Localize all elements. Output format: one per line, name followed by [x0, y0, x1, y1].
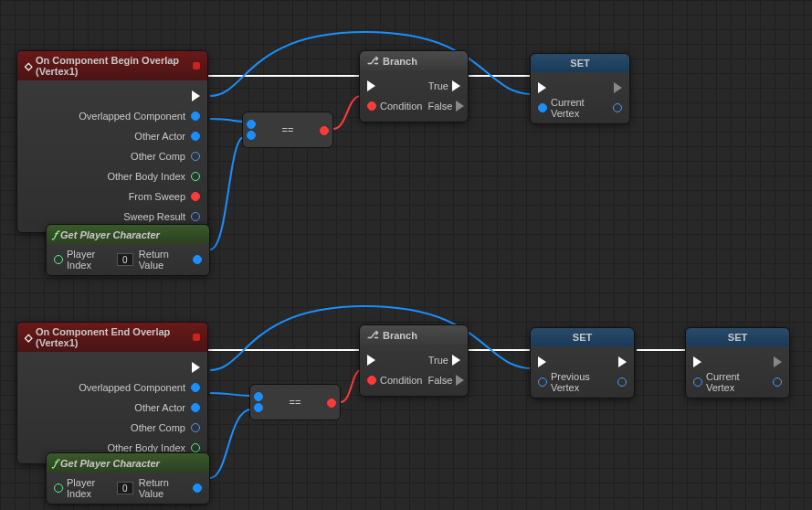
output-pin[interactable]: [617, 377, 627, 387]
node-title: SET: [573, 332, 592, 343]
exec-in-pin[interactable]: [538, 82, 546, 93]
output-pin[interactable]: [191, 403, 200, 412]
pin-label: True: [428, 355, 448, 366]
output-pin[interactable]: [191, 423, 200, 432]
player-index-input[interactable]: [117, 253, 133, 266]
get-player-character-node[interactable]: 𝑓Get Player Character Player Index Retur…: [46, 452, 210, 505]
set-node[interactable]: SET Current Vertex: [530, 53, 630, 124]
pin-label: Overlapped Component: [79, 111, 185, 122]
pin-label: Overlapped Component: [79, 382, 185, 393]
exec-in-pin[interactable]: [538, 356, 546, 367]
exec-out-pin[interactable]: [192, 362, 200, 373]
node-title: SET: [728, 332, 747, 343]
output-pin[interactable]: [191, 383, 200, 392]
exec-in-pin[interactable]: [367, 355, 375, 366]
pin-label: Current Vertex: [551, 97, 607, 119]
output-pin[interactable]: [191, 132, 200, 141]
pin-label: Sweep Result: [123, 211, 185, 222]
pin-label: Condition: [380, 101, 422, 112]
pin-label: Other Actor: [134, 402, 185, 413]
node-title: On Component End Overlap (Vertex1): [36, 326, 189, 348]
output-pin[interactable]: [773, 377, 782, 387]
output-pin[interactable]: [193, 483, 202, 493]
input-pin[interactable]: [693, 377, 702, 387]
node-header: SET: [531, 54, 629, 72]
exec-out-pin[interactable]: [614, 82, 622, 93]
node-header: 𝑓Get Player Character: [47, 453, 209, 473]
exec-in-pin[interactable]: [367, 80, 375, 91]
exec-out-pin[interactable]: [452, 80, 460, 91]
player-index-input[interactable]: [117, 482, 133, 494]
pin-label: Current Vertex: [706, 371, 767, 393]
input-pin[interactable]: [367, 376, 376, 385]
output-pin[interactable]: [191, 172, 200, 181]
node-header: ⎇Branch: [360, 51, 468, 70]
input-pin[interactable]: [54, 483, 63, 493]
node-header: ◇ On Component End Overlap (Vertex1): [17, 323, 207, 352]
output-pin[interactable]: [191, 443, 200, 452]
equals-node[interactable]: ==: [242, 112, 333, 148]
node-title: Get Player Character: [60, 229, 160, 240]
pin-label: Player Index: [67, 249, 113, 271]
pin-label: Other Comp: [131, 422, 185, 433]
input-pin[interactable]: [54, 255, 63, 264]
set-node[interactable]: SET Current Vertex: [685, 327, 790, 398]
exec-out-pin[interactable]: [618, 356, 627, 367]
input-pin[interactable]: [538, 377, 547, 387]
pin-label: Other Actor: [134, 131, 185, 142]
pin-label: Return Value: [139, 477, 189, 499]
breakpoint-icon: [193, 62, 200, 69]
pin-label: False: [427, 101, 452, 112]
exec-out-pin[interactable]: [456, 101, 464, 112]
get-player-character-node[interactable]: 𝑓Get Player Character Player Index Retur…: [46, 224, 210, 276]
input-pin[interactable]: [247, 131, 256, 140]
node-title: Branch: [383, 56, 417, 67]
node-header: SET: [531, 328, 634, 346]
node-title: ==: [282, 124, 294, 135]
node-header: ◇ On Component Begin Overlap (Vertex1): [17, 51, 207, 80]
output-pin[interactable]: [193, 255, 202, 264]
pin-label: Other Comp: [131, 151, 185, 162]
set-node[interactable]: SET Previous Vertex: [530, 327, 635, 398]
breakpoint-icon: [193, 334, 200, 341]
node-title: ==: [290, 397, 301, 408]
node-title: Branch: [383, 330, 417, 341]
pin-label: False: [427, 375, 452, 386]
node-header: ⎇Branch: [360, 325, 468, 345]
event-end-overlap-node[interactable]: ◇ On Component End Overlap (Vertex1) Ove…: [16, 322, 208, 464]
pin-label: Previous Vertex: [551, 371, 612, 393]
exec-out-pin[interactable]: [774, 356, 782, 367]
output-pin[interactable]: [320, 126, 329, 135]
output-pin[interactable]: [191, 152, 200, 161]
pin-label: From Sweep: [129, 191, 185, 202]
pin-label: Other Body Index: [107, 171, 185, 182]
pin-label: True: [428, 80, 448, 91]
node-title: SET: [570, 58, 589, 69]
input-pin[interactable]: [254, 403, 263, 412]
equals-node[interactable]: ==: [249, 384, 341, 420]
pin-label: Player Index: [67, 477, 113, 499]
node-title: Get Player Character: [60, 458, 160, 469]
branch-node[interactable]: ⎇Branch True ConditionFalse: [359, 324, 469, 397]
input-pin[interactable]: [247, 120, 256, 129]
input-pin[interactable]: [367, 101, 376, 111]
output-pin[interactable]: [327, 398, 336, 408]
output-pin[interactable]: [191, 212, 200, 221]
node-title: On Component Begin Overlap (Vertex1): [36, 55, 189, 77]
exec-out-pin[interactable]: [452, 355, 460, 366]
output-pin[interactable]: [613, 103, 622, 112]
pin-label: Condition: [380, 375, 422, 386]
branch-node[interactable]: ⎇Branch True ConditionFalse: [359, 50, 469, 122]
exec-in-pin[interactable]: [693, 356, 701, 367]
node-header: 𝑓Get Player Character: [47, 225, 209, 244]
exec-out-pin[interactable]: [456, 375, 464, 386]
pin-label: Return Value: [139, 249, 189, 271]
node-header: SET: [686, 328, 789, 346]
output-pin[interactable]: [191, 192, 200, 201]
input-pin[interactable]: [254, 392, 263, 401]
input-pin[interactable]: [538, 103, 547, 112]
exec-out-pin[interactable]: [192, 90, 200, 101]
event-begin-overlap-node[interactable]: ◇ On Component Begin Overlap (Vertex1) O…: [16, 50, 208, 233]
output-pin[interactable]: [191, 112, 200, 121]
